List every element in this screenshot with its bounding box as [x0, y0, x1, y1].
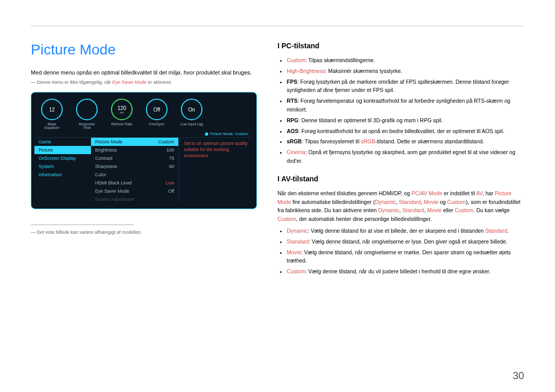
osd-description: Set to an optimum picture quality suitab… — [178, 138, 253, 203]
osd-menu: GamePictureOnScreen DisplaySystemInforma… — [34, 138, 91, 203]
page-number: 30 — [513, 370, 524, 382]
gauge: Response Time — [75, 99, 99, 129]
gauge: OffFreeSync — [144, 99, 169, 129]
gauge-circle: 120Hz — [111, 99, 133, 120]
osd-menu-item[interactable]: Game — [34, 138, 91, 146]
list-item: RPG: Denne tilstand er optimeret til 3D-… — [287, 116, 524, 125]
osd-sub-row[interactable]: Eye Saver ModeOff — [91, 187, 178, 195]
osd-menu-item[interactable]: Picture — [34, 146, 91, 154]
gauge: 120HzRefresh Rate — [109, 99, 134, 129]
gauge: 12Black Equalizer — [40, 99, 64, 129]
osd-sub-row[interactable]: HDMI Black LevelLow — [91, 179, 178, 187]
list-item: RTS: Forøg farvetemperatur og kontrastfo… — [287, 97, 524, 114]
list-item: AOS: Forøg kontrastforhold for at opnå e… — [287, 127, 524, 136]
av-heading: I AV-tilstand — [278, 175, 524, 183]
intro-text: Med denne menu opnås en optimal billedkv… — [31, 68, 257, 77]
page-title: Picture Mode — [31, 42, 257, 58]
osd-sub-row[interactable]: Contrast75 — [91, 154, 178, 162]
osd-sub-row[interactable]: Brightness100 — [91, 146, 178, 154]
list-item: Cinema: Opnå et fjernsyns lysstyrke og s… — [287, 148, 524, 165]
osd-menu-item[interactable]: OnScreen Display — [34, 154, 91, 162]
osd-sub-row: Screen Adjustment — [91, 195, 178, 203]
list-item: Custom: Tilpas skærmindstillingerne. — [287, 56, 524, 65]
pc-heading: I PC-tilstand — [278, 42, 524, 50]
list-item: Standard: Vælg denne tilstand, når omgiv… — [287, 237, 524, 246]
osd-panel: 12Black EqualizerResponse Time120HzRefre… — [31, 92, 257, 209]
list-item: FPS: Forøg lysstyrken på de mørkere områ… — [287, 78, 524, 95]
osd-submenu: Picture ModeCustomBrightness100Contrast7… — [91, 138, 178, 203]
osd-crumb: Picture Mode: Custom — [34, 129, 253, 137]
gauge: OnLow Input Lag — [179, 99, 204, 129]
osd-menu-item[interactable]: Information — [34, 171, 91, 179]
osd-sub-row[interactable]: Picture ModeCustom — [91, 138, 178, 146]
pc-list: Custom: Tilpas skærmindstillingerne.High… — [278, 56, 524, 165]
list-item: Dynamic: Vælg denne tilstand for at vise… — [287, 227, 524, 235]
gauge-circle: Off — [146, 99, 168, 120]
gauge-circle: 12 — [41, 99, 63, 120]
list-item: Custom: Vælg denne tilstand, når du vil … — [287, 267, 524, 276]
list-item: sRGB: Tilpas farvesystemet til sRGB-tils… — [287, 137, 524, 146]
osd-sub-row[interactable]: Sharpness60 — [91, 162, 178, 171]
list-item: High-Brightness: Maksimér skærmens lysst… — [287, 67, 524, 76]
gauge-circle: On — [181, 99, 202, 120]
osd-sub-row[interactable]: Color — [91, 171, 178, 179]
gauge-circle — [76, 99, 98, 120]
list-item: Movie: Vælg denne tilstand, når omgivels… — [287, 248, 524, 266]
av-list: Dynamic: Vælg denne tilstand for at vise… — [278, 227, 524, 276]
osd-menu-item[interactable]: System — [34, 162, 91, 171]
footnote: ― Det viste billede kan variere afhængig… — [31, 229, 257, 236]
av-paragraph: Når den eksterne enhed tilsluttes gennem… — [278, 189, 524, 223]
osd-gauges: 12Black EqualizerResponse Time120HzRefre… — [34, 96, 253, 129]
note-line: ― Denne menu er ikke tilgængelig, når Ey… — [31, 79, 257, 86]
